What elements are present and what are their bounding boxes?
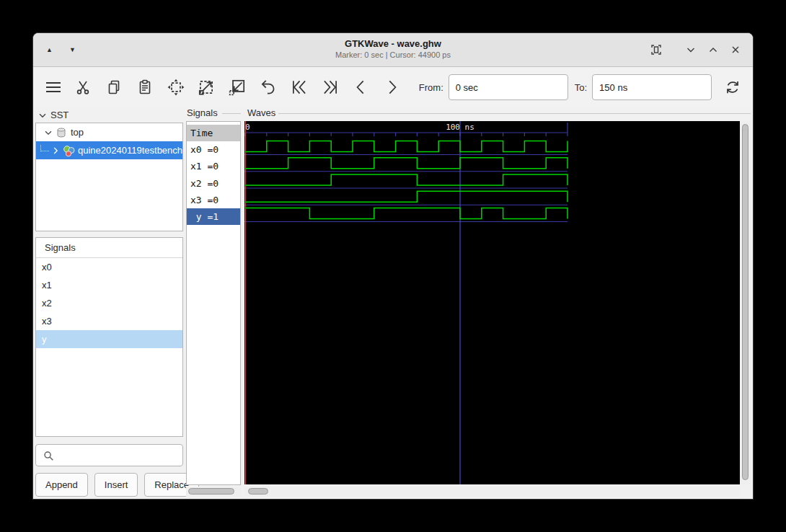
module-spheres-icon	[63, 145, 74, 156]
shift-left-button[interactable]	[350, 76, 371, 99]
copy-icon	[105, 79, 123, 96]
chevron-down-icon	[684, 43, 698, 57]
sst-expander[interactable]: SST	[37, 110, 69, 120]
value-row-x3[interactable]: x3 =0	[187, 192, 240, 208]
menu-button[interactable]	[42, 76, 66, 99]
toolbar: From: To:	[33, 67, 753, 107]
zoom-fit-icon	[167, 78, 185, 97]
cut-icon	[74, 79, 92, 96]
values-frame-label: Signals	[187, 107, 218, 118]
to-label: To:	[575, 82, 587, 93]
expander-open-icon[interactable]	[43, 128, 53, 138]
tile-window-button[interactable]	[649, 43, 663, 57]
paste-button[interactable]	[134, 76, 155, 99]
desktop: ▲ ▼ GTKWave - wave.ghw Marker: 0 sec | C…	[0, 0, 786, 532]
value-text: x3 =0	[190, 195, 218, 205]
maximize-button[interactable]	[706, 43, 720, 57]
chevron-down-icon	[37, 110, 48, 120]
tree-item-testbench[interactable]: quine20240119testbench	[36, 141, 182, 159]
expander-closed-icon[interactable]	[50, 146, 61, 156]
value-text: x1 =0	[190, 161, 218, 172]
sst-label: SST	[50, 110, 69, 120]
zoom-in-button[interactable]	[196, 76, 217, 99]
window-title: GTKWave - wave.ghw	[33, 38, 753, 50]
value-text: y =1	[190, 211, 218, 222]
facility-list: Signals x0 x1 x2 x3 y	[35, 237, 183, 437]
tree-item-label: top	[71, 127, 84, 138]
go-to-end-button[interactable]	[319, 76, 340, 99]
wave-canvas[interactable]: 0100 ns	[244, 121, 740, 484]
list-item-x2[interactable]: x2	[36, 294, 182, 312]
value-text: x0 =0	[190, 144, 218, 155]
reload-icon	[723, 78, 742, 97]
facility-list-header: Signals	[36, 238, 182, 258]
list-item-label: y	[42, 334, 47, 345]
list-item-x3[interactable]: x3	[36, 312, 182, 330]
zoom-out-icon	[228, 78, 247, 97]
to-input[interactable]	[592, 74, 712, 100]
list-item-x1[interactable]: x1	[36, 276, 182, 294]
minimize-button[interactable]	[684, 43, 698, 57]
zoom-in-icon	[197, 78, 216, 97]
zoom-fit-button[interactable]	[165, 76, 186, 99]
value-row-x1[interactable]: x1 =0	[187, 158, 240, 174]
scrollbar-thumb[interactable]	[742, 124, 749, 480]
values-horizontal-scrollbar	[186, 487, 241, 497]
menu-icon	[43, 79, 63, 96]
shift-right-icon	[382, 78, 401, 97]
cut-button[interactable]	[73, 76, 94, 99]
main-content: SST top	[33, 107, 753, 499]
search-input[interactable]	[55, 445, 182, 466]
paste-icon	[136, 79, 154, 96]
list-item-label: x3	[42, 316, 52, 327]
tile-icon	[649, 43, 663, 57]
scrollbar-thumb[interactable]	[188, 488, 234, 495]
undo-icon	[259, 78, 278, 97]
close-button[interactable]	[728, 43, 743, 57]
scrollbar-thumb[interactable]	[248, 488, 268, 495]
tree-item-top[interactable]: top	[36, 123, 182, 141]
insert-button[interactable]: Insert	[94, 473, 138, 497]
reload-button[interactable]	[722, 76, 743, 99]
action-buttons: Append Insert Replace	[35, 473, 183, 497]
value-row-x0[interactable]: x0 =0	[187, 141, 240, 158]
wave-vertical-scrollbar	[741, 121, 751, 484]
wave-horizontal-scrollbar	[244, 487, 740, 497]
append-button[interactable]: Append	[35, 473, 88, 497]
list-item-label: x2	[42, 298, 52, 309]
search-icon	[42, 449, 55, 462]
signal-search	[35, 444, 183, 466]
gtkwave-window: ▲ ▼ GTKWave - wave.ghw Marker: 0 sec | C…	[32, 32, 754, 500]
tree-connector	[40, 145, 49, 151]
copy-button[interactable]	[104, 76, 125, 99]
tree-item-label: quine20240119testbench	[78, 145, 182, 156]
from-label: From:	[419, 82, 443, 93]
shift-right-button[interactable]	[381, 76, 402, 99]
value-text: x2 =0	[190, 178, 218, 189]
list-item-label: x1	[42, 280, 52, 291]
go-to-start-button[interactable]	[288, 76, 309, 99]
titlebar: ▲ ▼ GTKWave - wave.ghw Marker: 0 sec | C…	[33, 33, 753, 67]
chevron-up-icon	[706, 43, 720, 57]
list-item-label: x0	[42, 262, 52, 272]
window-subtitle: Marker: 0 sec | Cursor: 44900 ps	[33, 50, 753, 60]
time-header: Time	[187, 125, 240, 141]
go-to-start-icon	[289, 78, 309, 97]
value-row-x2[interactable]: x2 =0	[187, 175, 240, 192]
zoom-out-button[interactable]	[227, 76, 248, 99]
sst-tree: top quine20240119testbench	[35, 123, 183, 231]
close-icon	[728, 43, 743, 57]
signal-values-panel: Time x0 =0 x1 =0 x2 =0 x3 =0 y =1	[186, 121, 241, 485]
waves-frame-label: Waves	[247, 107, 275, 118]
go-to-end-icon	[320, 78, 340, 97]
from-input[interactable]	[449, 74, 568, 100]
database-cylinder-icon	[56, 127, 67, 138]
undo-button[interactable]	[258, 76, 279, 99]
list-item-x0[interactable]: x0	[36, 258, 182, 276]
list-item-y[interactable]: y	[36, 330, 182, 348]
shift-left-icon	[352, 78, 371, 97]
value-row-y[interactable]: y =1	[187, 208, 240, 225]
